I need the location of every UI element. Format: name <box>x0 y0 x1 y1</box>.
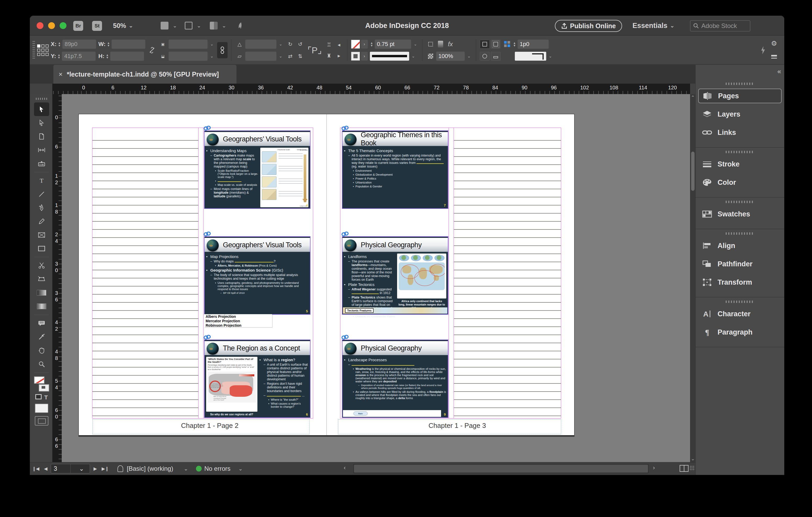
stroke-options-arrow[interactable]: › <box>361 52 368 61</box>
panel-group-grip[interactable] <box>726 301 754 303</box>
apply-color-button[interactable] <box>35 403 49 413</box>
h-field[interactable] <box>110 52 144 61</box>
corner-radius-stepper[interactable]: ▲▼ <box>513 41 516 47</box>
adobe-stock-search[interactable]: Adobe Stock <box>690 20 750 31</box>
panel-group-grip[interactable] <box>726 201 754 203</box>
document-tab[interactable]: × *lecture-template-ch1.indd @ 50% [GPU … <box>53 65 236 84</box>
linked-content-icon[interactable] <box>341 126 349 131</box>
close-tab-icon[interactable]: × <box>59 70 62 79</box>
spread-view-icon[interactable] <box>679 465 689 472</box>
zoom-window-button[interactable] <box>60 22 66 29</box>
stroke-proxy-swatch[interactable] <box>39 384 49 392</box>
gradient-swatch-tool[interactable] <box>34 286 49 300</box>
y-field[interactable]: 41p7.5 <box>62 52 96 61</box>
reference-point-proxy[interactable] <box>37 38 49 63</box>
slide-frame[interactable]: The Region as a Concept ‘Which States Do… <box>204 339 311 418</box>
stroke-weight-stepper[interactable]: ▲▼ <box>370 41 374 47</box>
panel-button-swatches[interactable]: Swatches <box>698 207 782 221</box>
arrange-documents-dropdown[interactable]: ⌄ <box>210 22 226 30</box>
chevron-down-icon[interactable]: ⌄ <box>466 54 472 59</box>
selection-tool[interactable] <box>34 102 49 116</box>
x-stepper[interactable]: ▲▼ <box>58 41 61 47</box>
preflight-status[interactable]: No errors <box>204 465 230 472</box>
slide-frame[interactable]: Geographers’ Visual Tools •Map Projectio… <box>204 236 311 315</box>
footer-frame-right[interactable]: Chapter 1 - Page 3 <box>338 419 561 434</box>
scissors-tool[interactable] <box>34 259 49 272</box>
rotate-ccw-button[interactable]: ↺ <box>296 40 305 49</box>
opacity-field[interactable]: 100% <box>436 52 465 61</box>
last-page-button[interactable]: ▶❙ <box>99 466 111 472</box>
w-field[interactable] <box>111 39 145 49</box>
panel-button-character[interactable]: ACharacter <box>698 307 782 321</box>
linked-content-icon[interactable] <box>204 126 211 131</box>
view-options-dropdown[interactable]: ⌄ <box>161 22 177 30</box>
select-container-button[interactable]: ⌜P⌟ <box>307 41 323 59</box>
chevron-down-icon[interactable]: ⌄ <box>209 54 215 59</box>
select-previous-object-button[interactable]: ◂ <box>335 40 344 49</box>
fill-swatch-none[interactable] <box>351 40 360 49</box>
preflight-profile[interactable]: [Basic] (working) <box>127 465 173 472</box>
scale-x-field[interactable] <box>169 39 208 49</box>
linked-content-icon[interactable] <box>204 232 211 237</box>
select-content-up-button[interactable]: ♖ <box>325 40 334 49</box>
flip-horizontal-button[interactable]: ⇄ <box>286 52 295 61</box>
minimize-window-button[interactable] <box>48 22 55 29</box>
panel-button-pages[interactable]: Pages <box>698 89 782 103</box>
collapse-panels-icon[interactable]: « <box>778 67 781 75</box>
previous-page-button[interactable]: ◀ <box>41 466 50 472</box>
document-canvas[interactable]: Geographers’ Visual Tools •Understanding… <box>62 94 690 462</box>
gpu-performance-icon[interactable] <box>236 22 244 30</box>
chevron-down-icon[interactable]: ⌄ <box>70 464 90 473</box>
vertical-ruler[interactable]: 0612182430364248546066 <box>52 94 62 462</box>
zoom-tool[interactable] <box>34 357 49 371</box>
pencil-tool[interactable] <box>34 215 49 228</box>
eyedropper-tool[interactable] <box>34 330 49 344</box>
free-transform-tool[interactable] <box>34 272 49 286</box>
wrap-around-object-button[interactable] <box>480 52 490 61</box>
select-next-object-button[interactable]: ▸ <box>335 51 344 60</box>
wrap-around-bounding-box-button[interactable] <box>491 40 501 49</box>
screen-mode-dropdown[interactable]: ⌄ <box>185 22 201 30</box>
content-collector-tool[interactable] <box>34 157 49 171</box>
frame-tool[interactable] <box>34 228 49 242</box>
panel-button-stroke[interactable]: Stroke <box>698 157 782 172</box>
first-page-button[interactable]: ❙◀ <box>30 466 41 472</box>
vertical-scrollbar[interactable]: ⌃ ⌄ <box>690 94 695 462</box>
panel-group-grip[interactable] <box>726 83 754 85</box>
stroke-type-dropdown[interactable] <box>370 52 409 61</box>
rotation-angle-field[interactable] <box>245 39 277 49</box>
line-tool[interactable] <box>34 187 49 201</box>
chevron-down-icon[interactable]: ⌄ <box>547 54 554 59</box>
scroll-up-icon[interactable]: ⌃ <box>691 95 695 100</box>
linked-content-icon[interactable] <box>204 335 211 341</box>
linked-content-icon[interactable] <box>341 232 349 237</box>
corner-shape-dropdown[interactable] <box>515 52 546 61</box>
gear-icon[interactable]: ⚙ <box>770 39 779 48</box>
chevron-down-icon[interactable]: ⌄ <box>410 54 416 59</box>
panel-button-transform[interactable]: Transform <box>698 275 782 290</box>
close-window-button[interactable] <box>37 22 44 29</box>
panel-button-links[interactable]: Links <box>698 125 782 140</box>
panel-menu-icon[interactable] <box>770 52 779 61</box>
w-stepper[interactable]: ▲▼ <box>107 41 110 47</box>
chevron-down-icon[interactable]: ⌄ <box>209 42 215 47</box>
fill-proxy-swatch-none[interactable] <box>34 376 45 384</box>
link-scale-button[interactable] <box>217 42 228 58</box>
corner-options-icon[interactable] <box>426 40 435 49</box>
horizontal-scrollbar[interactable] <box>353 464 649 473</box>
gradient-feather-tool[interactable] <box>34 300 49 313</box>
select-content-down-button[interactable]: ♜ <box>325 51 334 60</box>
formatting-affects-container-button[interactable] <box>35 394 41 399</box>
shear-angle-field[interactable] <box>245 52 277 61</box>
x-field[interactable]: 89p0 <box>62 39 96 49</box>
resize-grip[interactable] <box>690 465 695 471</box>
screen-mode-button[interactable] <box>35 416 49 426</box>
stock-button[interactable]: St <box>92 21 102 31</box>
panel-button-color[interactable]: Color <box>698 175 782 190</box>
constrain-dimensions-icon[interactable] <box>148 46 156 55</box>
page-spread[interactable]: Geographers’ Visual Tools •Understanding… <box>79 114 575 435</box>
no-text-wrap-button[interactable] <box>480 40 490 49</box>
hand-tool[interactable] <box>34 344 49 357</box>
zoom-level-dropdown[interactable]: 50%⌄ <box>113 16 133 35</box>
panel-button-pathfinder[interactable]: Pathfinder <box>698 257 782 271</box>
